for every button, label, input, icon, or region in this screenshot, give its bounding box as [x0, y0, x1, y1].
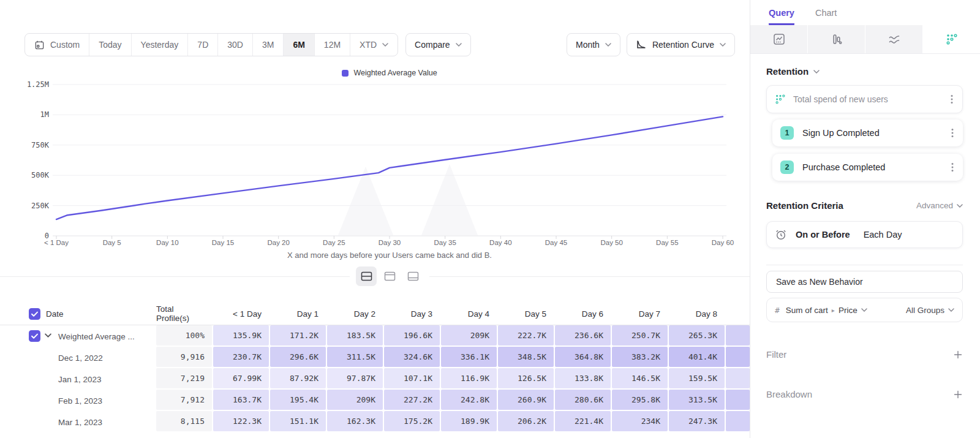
measure-property-dropdown[interactable]: Sum of cart ▸ Price: [786, 306, 900, 315]
retention-value-cell[interactable]: 107.1K: [384, 368, 440, 388]
tab-query[interactable]: Query: [769, 8, 794, 25]
retention-value-cell[interactable]: 133.8K: [555, 368, 611, 388]
retention-value-cell[interactable]: 163.7K: [213, 390, 269, 410]
retention-value-cell[interactable]: 348.5K: [498, 347, 554, 367]
retention-value-cell[interactable]: 296.6K: [270, 347, 326, 367]
retention-value-cell[interactable]: 146.5K: [612, 368, 668, 388]
step-card-2[interactable]: 2Purchase Completed: [772, 154, 963, 181]
retention-value-cell-clipped[interactable]: [726, 368, 750, 388]
total-profiles-cell[interactable]: 9,916: [156, 347, 212, 367]
total-profiles-cell[interactable]: 8,115: [156, 411, 212, 431]
retention-value-cell[interactable]: 242.8K: [441, 390, 497, 410]
retention-value-cell[interactable]: 401.4K: [669, 347, 725, 367]
retention-value-cell[interactable]: 206.2K: [498, 411, 554, 431]
retention-value-cell[interactable]: 336.1K: [441, 347, 497, 367]
column-header-total-profile-s-[interactable]: Total Profile(s): [156, 303, 213, 325]
retention-value-cell[interactable]: 324.6K: [384, 347, 440, 367]
retention-value-cell[interactable]: 196.6K: [384, 325, 440, 345]
layout-split-button[interactable]: [356, 266, 377, 286]
retention-value-cell[interactable]: 247.3K: [669, 411, 725, 431]
retention-value-cell[interactable]: 227.2K: [384, 390, 440, 410]
column-header--1-day[interactable]: < 1 Day: [213, 303, 270, 325]
behavior-card[interactable]: Total spend of new users: [766, 85, 963, 113]
column-header-day-1[interactable]: Day 1: [270, 303, 327, 325]
retention-section-header[interactable]: Retention: [766, 66, 963, 77]
report-type-retention-button[interactable]: [923, 25, 980, 53]
retention-value-cell[interactable]: 280.6K: [555, 390, 611, 410]
column-header-date[interactable]: Date: [24, 303, 156, 325]
retention-value-cell[interactable]: 222.7K: [498, 325, 554, 345]
advanced-dropdown[interactable]: Advanced: [916, 201, 963, 210]
retention-value-cell[interactable]: 364.8K: [555, 347, 611, 367]
column-header-day-3[interactable]: Day 3: [384, 303, 441, 325]
kebab-menu-icon[interactable]: [949, 93, 954, 105]
retention-value-cell[interactable]: 135.9K: [213, 325, 269, 345]
expand-row-icon[interactable]: [45, 333, 51, 338]
retention-value-cell[interactable]: 234K: [612, 411, 668, 431]
row-date-cell[interactable]: Dec 1, 2022: [24, 347, 156, 368]
retention-value-cell-clipped[interactable]: [726, 325, 750, 345]
retention-value-cell[interactable]: 175.2K: [384, 411, 440, 431]
column-header-day-2[interactable]: Day 2: [327, 303, 384, 325]
tab-chart[interactable]: Chart: [815, 8, 837, 25]
column-header-day-5[interactable]: Day 5: [498, 303, 555, 325]
retention-value-cell[interactable]: 230.7K: [213, 347, 269, 367]
retention-value-cell[interactable]: 311.5K: [327, 347, 383, 367]
table-header-row: DateTotal Profile(s)< 1 DayDay 1Day 2Day…: [0, 303, 750, 325]
retention-value-cell[interactable]: 195.4K: [270, 390, 326, 410]
retention-value-cell[interactable]: 183.5K: [327, 325, 383, 345]
retention-value-cell[interactable]: 87.92K: [270, 368, 326, 388]
column-header-day-4[interactable]: Day 4: [441, 303, 498, 325]
retention-value-cell[interactable]: 171.2K: [270, 325, 326, 345]
column-header-day-6[interactable]: Day 6: [555, 303, 612, 325]
row-date-cell[interactable]: Feb 1, 2023: [24, 390, 156, 411]
retention-value-cell[interactable]: 189.9K: [441, 411, 497, 431]
row-date-cell[interactable]: Jan 1, 2023: [24, 368, 156, 390]
row-date-cell[interactable]: Mar 1, 2023: [24, 411, 156, 432]
checkbox-checked[interactable]: [29, 308, 40, 320]
retention-value-cell[interactable]: 209K: [441, 325, 497, 345]
column-header-day-7[interactable]: Day 7: [612, 303, 669, 325]
retention-value-cell[interactable]: 159.5K: [669, 368, 725, 388]
all-groups-dropdown[interactable]: All Groups: [906, 306, 954, 315]
add-filter-button[interactable]: [953, 350, 963, 360]
retention-value-cell[interactable]: 209K: [327, 390, 383, 410]
report-type-insights-button[interactable]: [750, 25, 808, 53]
layout-chart-bottom-button[interactable]: [402, 266, 423, 286]
retention-value-cell[interactable]: 236.6K: [555, 325, 611, 345]
retention-value-cell[interactable]: 383.2K: [612, 347, 668, 367]
total-profiles-cell[interactable]: 7,219: [156, 368, 212, 388]
checkbox-checked[interactable]: [29, 330, 40, 342]
total-profiles-cell[interactable]: 7,912: [156, 390, 212, 410]
kebab-menu-icon[interactable]: [950, 161, 955, 173]
step-card-1[interactable]: 1Sign Up Completed: [772, 119, 963, 146]
add-breakdown-button[interactable]: [953, 390, 963, 399]
retention-value-cell[interactable]: 126.5K: [498, 368, 554, 388]
retention-value-cell[interactable]: 122.3K: [213, 411, 269, 431]
property-arrow-icon: ▸: [832, 307, 835, 314]
retention-value-cell[interactable]: 260.9K: [498, 390, 554, 410]
report-type-flows-button[interactable]: [865, 25, 923, 53]
retention-value-cell[interactable]: 313.5K: [669, 390, 725, 410]
retention-value-cell[interactable]: 250.7K: [612, 325, 668, 345]
retention-value-cell[interactable]: 67.99K: [213, 368, 269, 388]
save-as-new-behavior-button[interactable]: Save as New Behavior: [766, 271, 963, 293]
kebab-menu-icon[interactable]: [950, 127, 955, 139]
retention-value-cell[interactable]: 221.4K: [555, 411, 611, 431]
report-type-funnels-button[interactable]: [808, 25, 865, 53]
retention-value-cell-clipped[interactable]: [726, 390, 750, 410]
retention-value-cell[interactable]: 151.1K: [270, 411, 326, 431]
retention-value-cell[interactable]: 116.9K: [441, 368, 497, 388]
column-header-day-8[interactable]: Day 8: [669, 303, 726, 325]
criteria-condition-dropdown[interactable]: On or Before: [796, 230, 850, 240]
total-profiles-cell[interactable]: 100%: [156, 325, 212, 345]
retention-value-cell[interactable]: 295.8K: [612, 390, 668, 410]
retention-value-cell-clipped[interactable]: [726, 347, 750, 367]
retention-value-cell[interactable]: 97.87K: [327, 368, 383, 388]
retention-value-cell-clipped[interactable]: [726, 411, 750, 431]
retention-value-cell[interactable]: 265.3K: [669, 325, 725, 345]
row-date-cell[interactable]: Weighted Average ...: [24, 325, 156, 347]
retention-value-cell[interactable]: 162.3K: [327, 411, 383, 431]
criteria-window-dropdown[interactable]: Each Day: [864, 230, 902, 240]
layout-chart-top-button[interactable]: [379, 266, 400, 286]
